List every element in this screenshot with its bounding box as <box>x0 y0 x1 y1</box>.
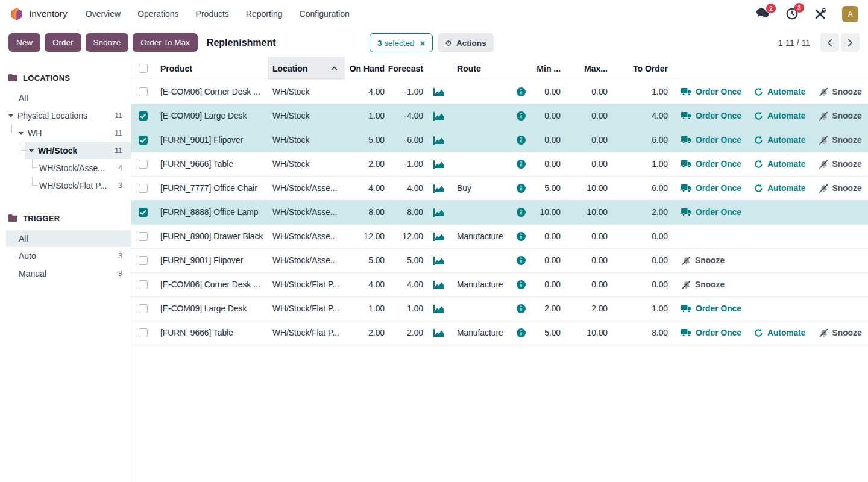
nav-item-reporting[interactable]: Reporting <box>239 5 290 23</box>
info-icon[interactable] <box>517 280 526 289</box>
row-checkbox[interactable] <box>139 184 148 193</box>
automate-button[interactable]: Automate <box>754 328 806 337</box>
new-button[interactable]: New <box>8 33 40 52</box>
area-chart-icon[interactable] <box>433 112 444 120</box>
product-cell[interactable]: [E-COM09] Large Desk <box>154 111 268 120</box>
product-cell[interactable]: [FURN_9001] Flipover <box>154 256 268 265</box>
automate-button[interactable]: Automate <box>754 136 806 145</box>
order-once-button[interactable]: Order Once <box>681 160 741 169</box>
column-header-max[interactable]: Max... <box>564 57 611 80</box>
area-chart-icon[interactable] <box>433 305 444 313</box>
trigger-filter-auto[interactable]: Auto3 <box>0 248 131 264</box>
area-chart-icon[interactable] <box>433 329 444 337</box>
info-cell[interactable] <box>510 328 532 337</box>
info-cell[interactable] <box>510 280 532 289</box>
forecast-chart-cell[interactable] <box>427 136 450 145</box>
table-row[interactable]: [FURN_9666] TableWH/Stock/Flat P...2.002… <box>131 321 868 345</box>
table-row[interactable]: [FURN_8888] Office LampWH/Stock/Asse...8… <box>131 201 868 225</box>
nav-item-products[interactable]: Products <box>189 5 236 23</box>
column-header-on-hand[interactable]: On Hand <box>345 57 388 80</box>
pager-previous-button[interactable] <box>820 33 839 52</box>
order-once-button[interactable]: Order Once <box>681 328 741 337</box>
snooze-button[interactable]: Snooze <box>819 184 862 193</box>
product-cell[interactable]: [E-COM06] Corner Desk ... <box>154 87 268 96</box>
forecast-chart-cell[interactable] <box>427 305 450 313</box>
row-checkbox[interactable] <box>139 328 148 337</box>
product-cell[interactable]: [FURN_8888] Office Lamp <box>154 208 268 217</box>
forecast-chart-cell[interactable] <box>427 184 450 193</box>
order-button[interactable]: Order <box>45 33 81 52</box>
table-row[interactable]: [FURN_9666] TableWH/Stock2.00-1.000.000.… <box>131 152 868 177</box>
area-chart-icon[interactable] <box>433 233 444 241</box>
caret-down-icon[interactable] <box>8 114 13 117</box>
area-chart-icon[interactable] <box>433 208 444 217</box>
row-checkbox[interactable] <box>139 208 148 217</box>
actions-button[interactable]: ⚙ Actions <box>438 33 493 52</box>
info-icon[interactable] <box>517 328 526 337</box>
area-chart-icon[interactable] <box>433 88 444 96</box>
tools-icon[interactable] <box>814 8 826 20</box>
order-once-button[interactable]: Order Once <box>681 111 741 120</box>
automate-button[interactable]: Automate <box>754 160 806 169</box>
area-chart-icon[interactable] <box>433 281 444 289</box>
table-row[interactable]: [FURN_8900] Drawer BlackWH/Stock/Asse...… <box>131 225 868 249</box>
row-checkbox[interactable] <box>139 160 148 169</box>
messages-icon[interactable]: 2 <box>756 8 770 19</box>
info-icon[interactable] <box>517 304 526 313</box>
activities-icon[interactable]: 3 <box>786 8 798 20</box>
automate-button[interactable]: Automate <box>754 87 806 96</box>
table-row[interactable]: [E-COM09] Large DeskWH/Stock/Flat P...1.… <box>131 297 868 321</box>
order-once-button[interactable]: Order Once <box>681 208 741 217</box>
select-all-checkbox[interactable] <box>139 64 148 73</box>
forecast-chart-cell[interactable] <box>427 208 450 217</box>
info-icon[interactable] <box>517 136 526 145</box>
area-chart-icon[interactable] <box>433 136 444 145</box>
product-cell[interactable]: [E-COM09] Large Desk <box>154 304 268 313</box>
product-cell[interactable]: [E-COM06] Corner Desk ... <box>154 280 268 289</box>
forecast-chart-cell[interactable] <box>427 160 450 169</box>
forecast-chart-cell[interactable] <box>427 112 450 120</box>
clear-selection-icon[interactable]: × <box>420 39 426 48</box>
snooze-button[interactable]: Snooze <box>819 87 862 96</box>
info-cell[interactable] <box>510 136 532 145</box>
forecast-chart-cell[interactable] <box>427 281 450 289</box>
order-once-button[interactable]: Order Once <box>681 87 741 96</box>
location-filter-wh[interactable]: WH11 <box>0 125 131 142</box>
order-once-button[interactable]: Order Once <box>681 184 741 193</box>
column-header-route[interactable]: Route <box>450 57 510 80</box>
info-icon[interactable] <box>517 232 526 241</box>
area-chart-icon[interactable] <box>433 184 444 193</box>
info-cell[interactable] <box>510 208 532 217</box>
table-row[interactable]: [FURN_9001] FlipoverWH/Stock5.00-6.000.0… <box>131 128 868 152</box>
snooze-button[interactable]: Snooze <box>681 280 725 289</box>
caret-down-icon[interactable] <box>29 149 34 152</box>
location-filter-wh-stock-flat-p-[interactable]: WH/Stock/Flat P...3 <box>0 177 131 194</box>
product-cell[interactable]: [FURN_9666] Table <box>154 328 268 337</box>
info-cell[interactable] <box>510 184 532 193</box>
area-chart-icon[interactable] <box>433 160 444 169</box>
snooze-button[interactable]: Snooze <box>86 33 129 52</box>
info-icon[interactable] <box>517 87 526 96</box>
row-checkbox[interactable] <box>139 280 148 289</box>
row-checkbox[interactable] <box>139 232 148 241</box>
row-checkbox[interactable] <box>139 136 148 145</box>
table-row[interactable]: [E-COM06] Corner Desk ...WH/Stock4.00-1.… <box>131 80 868 104</box>
snooze-button[interactable]: Snooze <box>819 136 862 145</box>
app-switcher[interactable]: Inventory <box>10 7 68 21</box>
product-cell[interactable]: [FURN_7777] Office Chair <box>154 184 268 193</box>
info-icon[interactable] <box>517 256 526 265</box>
product-cell[interactable]: [FURN_9001] Flipover <box>154 136 268 145</box>
location-filter-physical-locations[interactable]: Physical Locations11 <box>0 107 131 124</box>
order-once-button[interactable]: Order Once <box>681 304 741 313</box>
column-header-to-order[interactable]: To Order <box>611 57 671 80</box>
info-cell[interactable] <box>510 111 532 120</box>
automate-button[interactable]: Automate <box>754 184 806 193</box>
location-filter-wh-stock-asse-[interactable]: WH/Stock/Asse...4 <box>0 160 131 177</box>
info-icon[interactable] <box>517 111 526 120</box>
snooze-button[interactable]: Snooze <box>819 328 862 337</box>
location-filter-all[interactable]: All <box>0 90 131 107</box>
location-filter-wh-stock[interactable]: WH/Stock11 <box>25 142 131 159</box>
forecast-chart-cell[interactable] <box>427 88 450 96</box>
nav-item-configuration[interactable]: Configuration <box>292 5 357 23</box>
product-cell[interactable]: [FURN_8900] Drawer Black <box>154 232 268 241</box>
